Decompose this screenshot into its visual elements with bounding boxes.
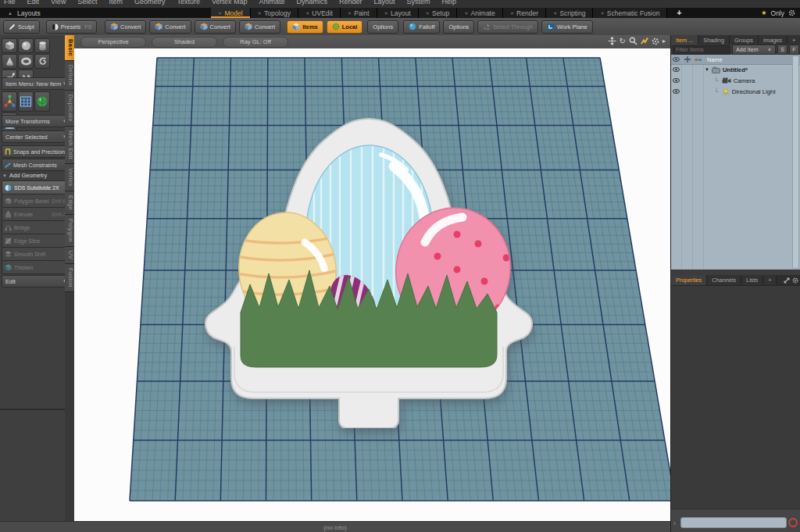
expand-panel-icon[interactable] [784,277,790,284]
command-input[interactable] [680,517,787,528]
falloff-button[interactable]: Falloff [403,20,440,34]
primitive-sphere-tool[interactable] [18,38,34,53]
convert-button-2[interactable]: Convert [149,20,191,34]
tool-thicken[interactable]: Thicken [2,260,70,274]
item-row-scene[interactable]: ▼ Untitled* [671,64,800,75]
command-history-button[interactable] [788,518,798,527]
tool-handle-icon[interactable] [641,37,648,45]
work-plane-button[interactable]: Work Plane [541,20,593,34]
cookie-cutter-model[interactable] [197,108,541,428]
add-layout-tab-button[interactable]: + [667,8,691,18]
layout-tab-topology[interactable]: ★Topology [251,8,298,18]
filter-button[interactable]: F [789,45,799,55]
primitive-cone-tool[interactable] [2,54,17,69]
tab-fusion[interactable]: Fusion [65,264,74,292]
tab-groups[interactable]: Groups [730,35,759,45]
snaps-precision-button[interactable]: Snaps and Precision [2,145,70,158]
tool-smooth-shift[interactable]: Smooth Shift [2,247,70,261]
tab-polygon[interactable]: Polygon [65,215,74,247]
add-panel-tab-button[interactable]: + [788,35,800,45]
sculpt-button[interactable]: Sculpt [3,20,40,34]
eye-icon[interactable] [673,67,680,72]
view-type-dropdown[interactable]: Perspective [80,37,146,48]
convert-button-3[interactable]: Convert [195,20,236,34]
more-transforms-dropdown[interactable]: More Transforms▼ [2,115,71,127]
primitive-cylinder-tool[interactable] [34,38,50,53]
menu-select[interactable]: Select [77,0,97,8]
items-mode-button[interactable]: Items [287,20,323,34]
tab-vertex[interactable]: Vertex [65,164,74,191]
layout-tab-animate[interactable]: ★Animate [457,8,503,18]
tab-shading[interactable]: Shading [698,35,730,45]
select-through-button[interactable]: Select Through [477,20,538,34]
menu-vertex-map[interactable]: Vertex Map [212,0,248,8]
layout-tab-schematic-fusion[interactable]: ★Schematic Fusion [593,8,667,18]
layouts-menu[interactable]: ▲ Layouts [0,8,211,18]
tab-images[interactable]: Images [759,35,788,45]
options-button-2[interactable]: Options [443,20,474,34]
tool-polygon-bevel[interactable]: Polygon Bevel Shift-B [2,194,70,208]
layout-tab-paint[interactable]: ★Paint [341,8,377,18]
menu-geometry[interactable]: Geometry [134,0,166,8]
edit-dropdown[interactable]: Edit▼ [2,275,71,287]
zoom-icon[interactable] [629,37,638,45]
primitive-torus-tool[interactable] [18,54,34,69]
layout-tab-scripting[interactable]: ★Scripting [546,8,593,18]
layout-tab-model[interactable]: ★Model [211,8,251,18]
viewport-canvas[interactable] [74,48,670,521]
tool-sds-subdivide[interactable]: SDS Subdivide 2X [2,180,70,195]
tab-duplicate[interactable]: Duplicate [65,91,74,127]
menu-dynamics[interactable]: Dynamics [297,0,328,8]
gizmo-tool[interactable] [2,91,17,112]
shading-mode-dropdown[interactable]: Shaded [152,37,217,48]
eye-icon[interactable] [673,78,680,83]
item-row-directional-light[interactable]: └ Directional Light [671,86,800,97]
tab-properties[interactable]: Properties [671,275,707,285]
orbit-icon[interactable]: ↻ [620,37,626,45]
menu-texture[interactable]: Texture [177,0,200,8]
local-action-center-button[interactable]: Local [327,20,363,34]
tab-edge[interactable]: Edge [65,191,74,215]
raygl-dropdown[interactable]: Ray GL: Off [223,37,288,48]
disclosure-triangle-icon[interactable]: ▼ [705,67,709,72]
mesh-constraints-button[interactable]: Mesh Constraints [2,159,70,171]
panel-splitter[interactable] [0,409,65,410]
tab-basic[interactable]: Basic [65,35,74,61]
layout-tab-render[interactable]: ★Render [503,8,546,18]
menu-layout[interactable]: Layout [374,0,395,8]
mesh-sculpt-tool[interactable] [34,91,50,112]
tab-item-list[interactable]: Item ... [671,35,698,45]
add-geometry-section[interactable]: ▼ Add Geometry [2,171,63,180]
menu-system[interactable]: System [407,0,430,8]
tab-channels[interactable]: Channels [707,275,741,285]
viewport-3d[interactable]: Perspective Shaded Ray GL: Off ↻ ▸ [74,35,670,521]
menu-help[interactable]: Help [442,0,457,8]
menu-edit[interactable]: Edit [27,0,40,8]
tab-uv[interactable]: UV [65,247,74,264]
layout-tab-setup[interactable]: ★Setup [419,8,458,18]
tab-mesh-edit[interactable]: Mesh Edit [65,127,74,164]
item-list[interactable]: Name ▼ Untitled* └ Camera [671,55,800,270]
item-list-scrollbar[interactable] [792,55,799,269]
gear-icon[interactable] [792,277,798,284]
gear-icon[interactable] [788,9,795,16]
add-panel-tab-button[interactable]: + [763,275,777,285]
tab-lists[interactable]: Lists [741,275,763,285]
item-row-camera[interactable]: └ Camera [671,75,800,86]
convert-button-4[interactable]: Convert [239,20,280,34]
solo-button[interactable]: S [777,45,788,55]
primitive-cube-tool[interactable] [2,38,17,53]
menu-animate[interactable]: Animate [259,0,284,8]
gear-icon[interactable] [652,37,659,45]
pan-icon[interactable] [608,37,616,45]
tool-edge-slice[interactable]: Edge Slice [2,234,70,248]
menu-render[interactable]: Render [339,0,362,8]
convert-button-1[interactable]: Convert [105,20,146,34]
layout-tab-uvedit[interactable]: ★UVEdit [298,8,341,18]
layout-tab-layout[interactable]: ★Layout [377,8,419,18]
options-button-1[interactable]: Options [367,20,398,34]
menu-item[interactable]: Item [109,0,123,8]
item-menu-dropdown[interactable]: Item Menu: New Item▼ [2,77,71,90]
eye-icon[interactable] [673,89,680,94]
wireframe-cube-tool[interactable] [18,91,34,112]
